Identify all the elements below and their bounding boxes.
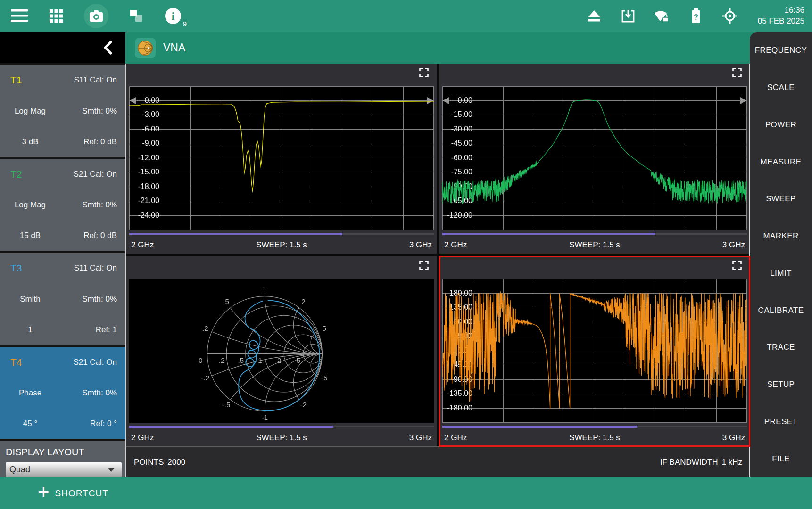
if-bandwidth-setting[interactable]: IF BANDWIDTH 1 kHz [660, 458, 742, 467]
stop-frequency: 3 GHz [409, 433, 432, 443]
vna-app-icon [135, 38, 156, 58]
expand-icon[interactable] [731, 67, 743, 78]
sweep-progress-track [442, 233, 747, 235]
points-setting[interactable]: POINTS 2000 [134, 458, 185, 467]
plot-cell-t2[interactable]: 2 GHz SWEEP: 1.5 s 3 GHz [439, 64, 750, 254]
collapse-chevron-icon[interactable] [103, 41, 113, 55]
t1-plot-area [129, 86, 434, 230]
menu-item-limit[interactable]: LIMIT [750, 255, 812, 292]
time-text: 16:36 [758, 5, 804, 16]
eject-icon[interactable] [585, 7, 603, 25]
t4-plot-footer: 2 GHz SWEEP: 1.5 s 3 GHz [444, 433, 745, 443]
overlap-windows-icon[interactable] [127, 7, 145, 25]
start-frequency: 2 GHz [444, 433, 467, 443]
menu-item-sweep[interactable]: SWEEP [750, 181, 812, 218]
apps-grid-icon[interactable] [47, 7, 65, 25]
menu-icon[interactable] [10, 7, 28, 25]
t2-plot-area [442, 86, 747, 230]
trace-format: Phase [19, 388, 41, 398]
expand-icon[interactable] [731, 260, 743, 271]
gps-icon[interactable] [721, 7, 739, 25]
ifbw-value: 1 kHz [722, 458, 742, 467]
t2-plot-canvas [442, 86, 747, 230]
trace-id: T1 [0, 74, 60, 86]
sweep-progress-fill [129, 426, 333, 428]
plus-icon: + [38, 485, 50, 499]
sweep-progress-fill [129, 233, 342, 235]
sweep-time: SWEEP: 1.5 s [154, 433, 409, 443]
plot-cell-t1[interactable]: 2 GHz SWEEP: 1.5 s 3 GHz [126, 64, 437, 254]
screenshot-camera-icon[interactable] [84, 4, 108, 28]
menu-item-file[interactable]: FILE [750, 440, 812, 477]
svg-text:?: ? [694, 13, 698, 21]
expand-icon[interactable] [418, 67, 430, 78]
stop-frequency: 3 GHz [722, 240, 745, 250]
expand-icon[interactable] [418, 260, 430, 271]
start-frequency: 2 GHz [131, 433, 154, 443]
points-label: POINTS [134, 458, 164, 467]
trace-sidebar: T1 S11 Cal: On Log Mag Smth: 0% 3 dB Ref… [0, 32, 125, 477]
vna-screen: i 9 ? 16:36 05 FEB 2025 [0, 0, 812, 509]
t1-plot-footer: 2 GHz SWEEP: 1.5 s 3 GHz [131, 240, 432, 250]
plot-cell-t4[interactable]: 2 GHz SWEEP: 1.5 s 3 GHz [439, 256, 750, 446]
trace-meas-cal: S21 Cal: On [73, 170, 125, 179]
trace-meas-cal: S11 Cal: On [74, 75, 125, 85]
sidebar-header [0, 32, 125, 63]
trace-panel-t1[interactable]: T1 S11 Cal: On Log Mag Smth: 0% 3 dB Ref… [0, 65, 125, 157]
t3-smith-canvas [129, 279, 434, 423]
trace-format: Log Mag [15, 200, 46, 210]
main-row: T1 S11 Cal: On Log Mag Smth: 0% 3 dB Ref… [0, 32, 812, 477]
menu-item-marker[interactable]: MARKER [750, 218, 812, 255]
svg-text:i: i [172, 10, 175, 22]
ifbw-label: IF BANDWIDTH [660, 458, 718, 467]
t1-plot-canvas [129, 86, 434, 230]
sweep-progress-fill [442, 233, 655, 235]
save-icon[interactable] [619, 7, 637, 25]
trace-id: T3 [0, 263, 60, 274]
info-count: 9 [183, 20, 187, 28]
t4-plot-canvas [442, 279, 747, 423]
app-title: VNA [163, 41, 185, 54]
trace-reference: Ref: 0 ° [90, 419, 125, 428]
t2-plot-footer: 2 GHz SWEEP: 1.5 s 3 GHz [444, 240, 745, 250]
menu-item-preset[interactable]: PRESET [750, 403, 812, 441]
right-menu-panel: FREQUENCY SCALE POWER MEASURE SWEEP MARK… [750, 32, 812, 477]
plot-cell-t3[interactable]: 2 GHz SWEEP: 1.5 s 3 GHz [126, 256, 437, 446]
display-layout-panel: DISPLAY LAYOUT Quad [0, 441, 125, 477]
shortcut-label: SHORTCUT [55, 488, 108, 499]
trace-panel-t3[interactable]: T3 S11 Cal: On Smith Smth: 0% 1 Ref: 1 [0, 253, 125, 345]
t3-plot-area [129, 279, 434, 423]
top-status-bar: i 9 ? 16:36 05 FEB 2025 [0, 0, 812, 32]
menu-item-scale[interactable]: SCALE [750, 69, 812, 107]
menu-item-measure[interactable]: MEASURE [750, 143, 812, 181]
trace-reference: Ref: 0 dB [83, 137, 125, 147]
menu-item-setup[interactable]: SETUP [750, 366, 812, 403]
trace-smoothing: Smth: 0% [82, 200, 125, 210]
trace-meas-cal: S21 Cal: On [73, 358, 125, 367]
display-layout-label: DISPLAY LAYOUT [6, 447, 125, 458]
info-icon[interactable]: i 9 [164, 7, 182, 25]
trace-panel-t2[interactable]: T2 S21 Cal: On Log Mag Smth: 0% 15 dB Re… [0, 159, 125, 251]
bottom-status-bar: POINTS 2000 IF BANDWIDTH 1 kHz [126, 446, 750, 477]
trace-id: T4 [0, 357, 60, 368]
battery-icon[interactable]: ? [687, 7, 705, 25]
sweep-time: SWEEP: 1.5 s [154, 240, 409, 250]
right-menu: FREQUENCY SCALE POWER MEASURE SWEEP MARK… [750, 32, 812, 477]
menu-item-trace[interactable]: TRACE [750, 329, 812, 366]
app-title-bar: VNA [125, 32, 750, 64]
trace-reference: Ref: 0 dB [83, 231, 125, 240]
menu-item-power[interactable]: POWER [750, 107, 812, 144]
wifi-lock-icon[interactable] [653, 7, 671, 25]
sweep-progress-fill [442, 426, 637, 428]
menu-item-calibrate[interactable]: CALIBRATE [750, 292, 812, 329]
trace-id: T2 [0, 169, 60, 180]
t3-plot-footer: 2 GHz SWEEP: 1.5 s 3 GHz [131, 433, 432, 443]
center-column: VNA 2 GHz SWEEP: 1.5 s 3 GHz [125, 32, 750, 477]
stop-frequency: 3 GHz [409, 240, 432, 250]
display-layout-select[interactable]: Quad [6, 462, 122, 477]
trace-panel-t4[interactable]: T4 S21 Cal: On Phase Smth: 0% 45 ° Ref: … [0, 347, 125, 439]
trace-smoothing: Smth: 0% [82, 295, 125, 304]
menu-item-frequency[interactable]: FREQUENCY [750, 32, 812, 69]
display-layout-value: Quad [9, 465, 30, 475]
add-shortcut-button[interactable]: + SHORTCUT [38, 488, 108, 499]
